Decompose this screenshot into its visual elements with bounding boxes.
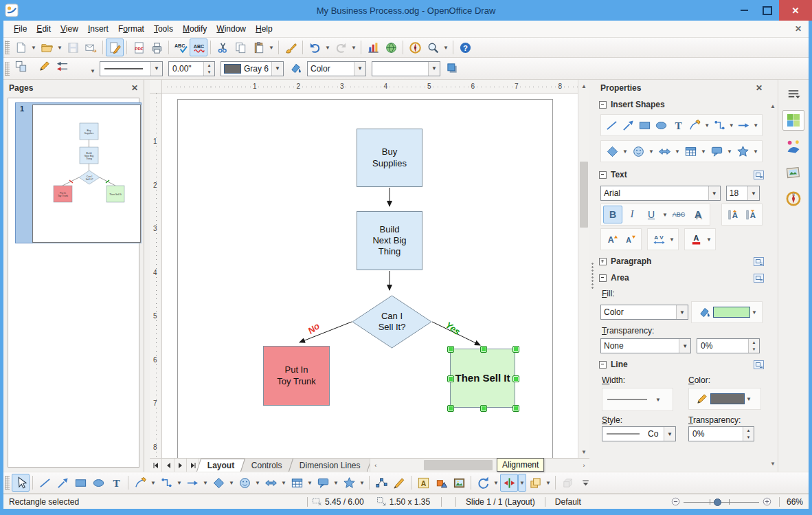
chevron-down-icon[interactable]: ▼: [30, 39, 38, 56]
fill-can-icon[interactable]: [286, 60, 304, 78]
rectangle-icon[interactable]: [71, 474, 89, 492]
chevron-down-icon[interactable]: ▼: [518, 474, 526, 492]
line-arrow-icon[interactable]: [735, 116, 752, 134]
shadow-text-button[interactable]: A: [688, 206, 708, 223]
dialog-launcher-icon[interactable]: [754, 257, 764, 266]
chevron-down-icon[interactable]: ▼: [56, 39, 64, 56]
print-icon[interactable]: [148, 39, 166, 56]
clipart-deck-icon[interactable]: [782, 162, 804, 183]
line-width-spinner[interactable]: 0.00" ▲▼: [168, 61, 215, 76]
chevron-down-icon[interactable]: ▼: [175, 474, 183, 492]
chevron-down-icon[interactable]: ▼: [725, 142, 734, 160]
chevron-down-icon[interactable]: ▼: [699, 142, 708, 160]
edit-mode-icon[interactable]: [106, 39, 124, 56]
glue-points-icon[interactable]: [390, 474, 408, 492]
chevron-down-icon[interactable]: ▼: [442, 39, 450, 56]
spin-up-icon[interactable]: ▲: [204, 62, 214, 69]
callouts-icon[interactable]: [708, 142, 725, 160]
symbol-shapes-icon[interactable]: [629, 142, 647, 160]
chevron-down-icon[interactable]: ▼: [661, 206, 669, 223]
zoom-slider[interactable]: [684, 497, 759, 507]
-icon[interactable]: [71, 57, 89, 75]
chevron-down-icon[interactable]: ▼: [703, 116, 711, 134]
scroll-up-icon[interactable]: ▲: [578, 80, 589, 91]
line-style-select[interactable]: ▼: [100, 61, 163, 76]
symbol-shapes-icon[interactable]: [236, 474, 253, 492]
first-layer-button[interactable]: [150, 459, 162, 472]
select-icon[interactable]: [12, 474, 30, 492]
close-panel-icon[interactable]: ✕: [131, 83, 138, 93]
line-style-select[interactable]: Co▼: [602, 426, 676, 441]
zoom-in-icon[interactable]: [762, 496, 772, 507]
arrow-style-icon[interactable]: [53, 57, 71, 75]
line-color-select[interactable]: Gray 6▼: [221, 61, 284, 76]
arrange-icon[interactable]: [526, 474, 544, 492]
copy-icon[interactable]: [232, 39, 249, 56]
chevron-down-icon[interactable]: ▼: [750, 303, 758, 321]
previous-layer-button[interactable]: [162, 459, 174, 472]
text-section-header[interactable]: Text: [595, 166, 768, 183]
menu-format[interactable]: Format: [113, 22, 149, 36]
connector-icon[interactable]: [157, 474, 175, 492]
chevron-down-icon[interactable]: ▼: [492, 474, 500, 492]
toolbar-grip[interactable]: [5, 476, 10, 490]
vertical-scroll-thumb[interactable]: [580, 162, 588, 228]
chevron-down-icon[interactable]: ▼: [673, 142, 681, 160]
properties-deck-icon[interactable]: [782, 110, 804, 131]
vertical-scrollbar[interactable]: ▲ ▼: [578, 80, 589, 458]
spelling-icon[interactable]: ABC: [172, 39, 190, 56]
line-pen-icon[interactable]: [692, 390, 710, 408]
menu-edit[interactable]: Edit: [32, 22, 56, 36]
chevron-down-icon[interactable]: ▼: [324, 39, 332, 56]
chevron-down-icon[interactable]: ▼: [253, 474, 262, 492]
chevron-down-icon[interactable]: ▼: [728, 116, 735, 134]
spin-down-icon[interactable]: ▼: [204, 69, 214, 76]
selection-handle[interactable]: [512, 346, 519, 353]
font-size-select[interactable]: 18▼: [726, 186, 760, 201]
chevron-down-icon[interactable]: ▼: [149, 474, 157, 492]
line-icon[interactable]: [36, 474, 54, 492]
line-width-select[interactable]: ▼: [602, 388, 673, 411]
chevron-down-icon[interactable]: ▼: [280, 474, 288, 492]
maximize-button[interactable]: [756, 0, 779, 21]
chevron-down-icon[interactable]: ▼: [89, 62, 97, 80]
chevron-down-icon[interactable]: ▼: [358, 474, 366, 492]
connector-icon[interactable]: [711, 116, 728, 134]
tab-layout[interactable]: Layout: [196, 459, 246, 472]
ellipse-icon[interactable]: [653, 116, 670, 134]
cut-icon[interactable]: [214, 39, 232, 56]
shadow-icon[interactable]: [443, 60, 461, 78]
line-pen-icon[interactable]: [35, 57, 53, 75]
close-document-icon[interactable]: ✕: [795, 24, 802, 34]
hyperlink-icon[interactable]: [382, 39, 400, 56]
next-layer-button[interactable]: [174, 459, 187, 472]
edit-points-icon[interactable]: [372, 474, 390, 492]
spin-down-icon[interactable]: ▼: [743, 434, 754, 441]
text-icon[interactable]: T: [670, 116, 686, 134]
selection-handle[interactable]: [512, 375, 519, 382]
menu-insert[interactable]: Insert: [83, 22, 113, 36]
increase-spacing-icon[interactable]: A: [724, 206, 742, 223]
line-color-button[interactable]: ▼: [688, 388, 761, 410]
callouts-icon[interactable]: [314, 474, 332, 492]
area-section-header[interactable]: Area: [595, 270, 768, 286]
overflow-icon[interactable]: [576, 474, 594, 492]
basic-shapes-icon[interactable]: [603, 142, 621, 160]
italic-button[interactable]: I: [622, 206, 642, 223]
scroll-down-icon[interactable]: ▼: [769, 458, 777, 469]
panel-splitter[interactable]: [144, 80, 150, 472]
flow-node-toy[interactable]: Put InToy Trunk: [263, 346, 330, 406]
page-viewport[interactable]: BuySuppliesBuildNext BigThingCan ISell I…: [162, 94, 578, 458]
navigator-icon[interactable]: [406, 39, 424, 56]
area-fill-type-select[interactable]: Color▼: [600, 305, 688, 320]
flowchart-shapes-icon[interactable]: [681, 142, 699, 160]
chevron-down-icon[interactable]: ▼: [752, 142, 760, 160]
fill-color-select[interactable]: ▼: [372, 61, 440, 76]
chevron-down-icon[interactable]: ▼: [705, 230, 713, 248]
scroll-up-icon[interactable]: ▲: [769, 100, 777, 111]
chevron-down-icon[interactable]: ▼: [267, 39, 275, 56]
selection-handle[interactable]: [480, 405, 487, 412]
navigator-deck-icon[interactable]: N: [782, 188, 804, 209]
line-arrow-icon[interactable]: [183, 474, 201, 492]
ellipse-icon[interactable]: [89, 474, 107, 492]
